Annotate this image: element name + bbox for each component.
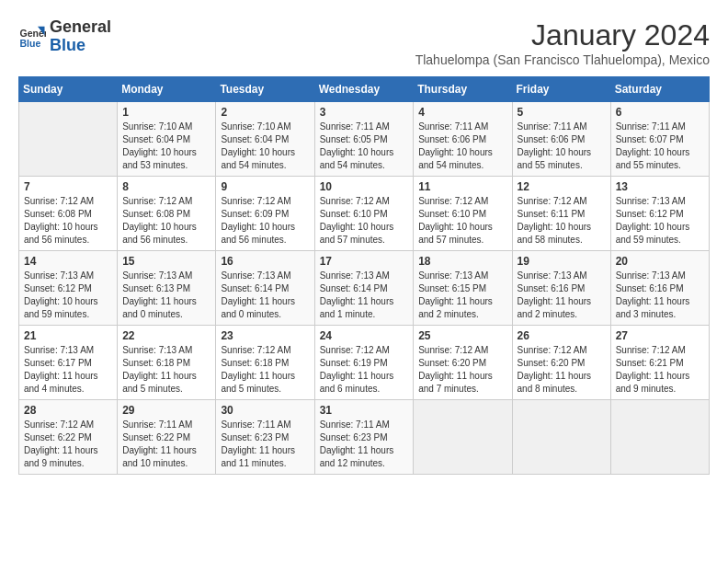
day-number: 8: [122, 180, 210, 193]
calendar-cell: 24Sunrise: 7:12 AMSunset: 6:19 PMDayligh…: [314, 326, 414, 400]
title-section: January 2024 Tlahuelompa (San Francisco …: [415, 18, 710, 67]
day-number: 29: [122, 404, 210, 417]
day-info: Sunrise: 7:13 AMSunset: 6:14 PMDaylight:…: [320, 270, 409, 321]
calendar-cell: 18Sunrise: 7:13 AMSunset: 6:15 PMDayligh…: [414, 251, 512, 326]
day-number: 24: [320, 329, 409, 342]
day-number: 5: [518, 106, 606, 119]
day-number: 13: [616, 180, 704, 193]
day-info: Sunrise: 7:12 AMSunset: 6:20 PMDaylight:…: [518, 344, 606, 396]
week-row-3: 14Sunrise: 7:13 AMSunset: 6:12 PMDayligh…: [19, 251, 710, 326]
day-info: Sunrise: 7:12 AMSunset: 6:21 PMDaylight:…: [616, 344, 704, 396]
logo-text-blue: Blue: [50, 37, 111, 55]
calendar-cell: 21Sunrise: 7:13 AMSunset: 6:17 PMDayligh…: [19, 326, 118, 400]
day-info: Sunrise: 7:12 AMSunset: 6:18 PMDaylight:…: [221, 344, 309, 396]
day-number: 10: [320, 180, 409, 193]
header-saturday: Saturday: [610, 77, 709, 102]
day-info: Sunrise: 7:11 AMSunset: 6:06 PMDaylight:…: [518, 121, 606, 172]
calendar-cell: 16Sunrise: 7:13 AMSunset: 6:14 PMDayligh…: [216, 251, 314, 326]
day-number: 23: [221, 329, 309, 342]
header-row: SundayMondayTuesdayWednesdayThursdayFrid…: [19, 77, 710, 102]
day-info: Sunrise: 7:10 AMSunset: 6:04 PMDaylight:…: [221, 121, 309, 172]
day-number: 19: [518, 255, 606, 268]
day-number: 6: [616, 106, 704, 119]
day-number: 31: [320, 404, 409, 417]
calendar-cell: 20Sunrise: 7:13 AMSunset: 6:16 PMDayligh…: [610, 251, 709, 326]
day-info: Sunrise: 7:11 AMSunset: 6:06 PMDaylight:…: [418, 121, 506, 172]
calendar-cell: 14Sunrise: 7:13 AMSunset: 6:12 PMDayligh…: [19, 251, 118, 326]
day-number: 1: [122, 106, 210, 119]
calendar-cell: 28Sunrise: 7:12 AMSunset: 6:22 PMDayligh…: [19, 400, 118, 475]
week-row-2: 7Sunrise: 7:12 AMSunset: 6:08 PMDaylight…: [19, 177, 710, 251]
calendar-cell: 4Sunrise: 7:11 AMSunset: 6:06 PMDaylight…: [414, 102, 512, 177]
header-tuesday: Tuesday: [216, 77, 314, 102]
week-row-5: 28Sunrise: 7:12 AMSunset: 6:22 PMDayligh…: [19, 400, 710, 475]
svg-text:Blue: Blue: [20, 37, 41, 48]
day-info: Sunrise: 7:12 AMSunset: 6:22 PMDaylight:…: [24, 419, 112, 470]
day-number: 18: [418, 255, 506, 268]
day-info: Sunrise: 7:12 AMSunset: 6:09 PMDaylight:…: [221, 195, 309, 247]
header-friday: Friday: [512, 77, 610, 102]
calendar-table: SundayMondayTuesdayWednesdayThursdayFrid…: [18, 76, 710, 475]
calendar-cell: 12Sunrise: 7:12 AMSunset: 6:11 PMDayligh…: [512, 177, 610, 251]
logo: General Blue General Blue: [18, 18, 111, 55]
day-info: Sunrise: 7:13 AMSunset: 6:14 PMDaylight:…: [221, 270, 309, 321]
header-monday: Monday: [118, 77, 216, 102]
day-info: Sunrise: 7:13 AMSunset: 6:16 PMDaylight:…: [616, 270, 704, 321]
day-info: Sunrise: 7:13 AMSunset: 6:12 PMDaylight:…: [616, 195, 704, 247]
day-info: Sunrise: 7:11 AMSunset: 6:05 PMDaylight:…: [320, 121, 409, 172]
calendar-cell: [414, 400, 512, 475]
day-number: 7: [24, 180, 112, 193]
calendar-cell: 19Sunrise: 7:13 AMSunset: 6:16 PMDayligh…: [512, 251, 610, 326]
day-number: 21: [24, 329, 112, 342]
week-row-4: 21Sunrise: 7:13 AMSunset: 6:17 PMDayligh…: [19, 326, 710, 400]
calendar-cell: 30Sunrise: 7:11 AMSunset: 6:23 PMDayligh…: [216, 400, 314, 475]
day-number: 11: [418, 180, 506, 193]
day-info: Sunrise: 7:11 AMSunset: 6:23 PMDaylight:…: [221, 419, 309, 470]
day-info: Sunrise: 7:13 AMSunset: 6:18 PMDaylight:…: [122, 344, 210, 396]
day-number: 3: [320, 106, 409, 119]
calendar-cell: [19, 102, 118, 177]
calendar-cell: 11Sunrise: 7:12 AMSunset: 6:10 PMDayligh…: [414, 177, 512, 251]
day-number: 9: [221, 180, 309, 193]
calendar-header: SundayMondayTuesdayWednesdayThursdayFrid…: [19, 77, 710, 102]
day-number: 15: [122, 255, 210, 268]
calendar-cell: 1Sunrise: 7:10 AMSunset: 6:04 PMDaylight…: [118, 102, 216, 177]
day-info: Sunrise: 7:13 AMSunset: 6:15 PMDaylight:…: [418, 270, 506, 321]
day-number: 12: [518, 180, 606, 193]
week-row-1: 1Sunrise: 7:10 AMSunset: 6:04 PMDaylight…: [19, 102, 710, 177]
calendar-cell: 10Sunrise: 7:12 AMSunset: 6:10 PMDayligh…: [314, 177, 414, 251]
logo-text-general: General: [50, 18, 111, 37]
calendar-cell: 26Sunrise: 7:12 AMSunset: 6:20 PMDayligh…: [512, 326, 610, 400]
calendar-cell: 22Sunrise: 7:13 AMSunset: 6:18 PMDayligh…: [118, 326, 216, 400]
calendar-cell: 27Sunrise: 7:12 AMSunset: 6:21 PMDayligh…: [610, 326, 709, 400]
day-number: 25: [418, 329, 506, 342]
day-number: 2: [221, 106, 309, 119]
calendar-cell: 13Sunrise: 7:13 AMSunset: 6:12 PMDayligh…: [610, 177, 709, 251]
day-info: Sunrise: 7:12 AMSunset: 6:20 PMDaylight:…: [418, 344, 506, 396]
calendar-cell: 23Sunrise: 7:12 AMSunset: 6:18 PMDayligh…: [216, 326, 314, 400]
day-info: Sunrise: 7:10 AMSunset: 6:04 PMDaylight:…: [122, 121, 210, 172]
day-info: Sunrise: 7:12 AMSunset: 6:19 PMDaylight:…: [320, 344, 409, 396]
header-sunday: Sunday: [19, 77, 118, 102]
day-number: 20: [616, 255, 704, 268]
day-info: Sunrise: 7:12 AMSunset: 6:08 PMDaylight:…: [122, 195, 210, 247]
day-number: 14: [24, 255, 112, 268]
calendar-cell: 15Sunrise: 7:13 AMSunset: 6:13 PMDayligh…: [118, 251, 216, 326]
day-number: 27: [616, 329, 704, 342]
day-number: 26: [518, 329, 606, 342]
calendar-subtitle: Tlahuelompa (San Francisco Tlahuelompa),…: [415, 52, 710, 67]
header-wednesday: Wednesday: [314, 77, 414, 102]
calendar-cell: 31Sunrise: 7:11 AMSunset: 6:23 PMDayligh…: [314, 400, 414, 475]
calendar-cell: [610, 400, 709, 475]
day-info: Sunrise: 7:13 AMSunset: 6:13 PMDaylight:…: [122, 270, 210, 321]
day-number: 30: [221, 404, 309, 417]
calendar-cell: [512, 400, 610, 475]
day-info: Sunrise: 7:13 AMSunset: 6:12 PMDaylight:…: [24, 270, 112, 321]
day-info: Sunrise: 7:12 AMSunset: 6:11 PMDaylight:…: [518, 195, 606, 247]
day-info: Sunrise: 7:12 AMSunset: 6:10 PMDaylight:…: [320, 195, 409, 247]
day-number: 17: [320, 255, 409, 268]
day-info: Sunrise: 7:12 AMSunset: 6:10 PMDaylight:…: [418, 195, 506, 247]
day-info: Sunrise: 7:11 AMSunset: 6:07 PMDaylight:…: [616, 121, 704, 172]
calendar-cell: 6Sunrise: 7:11 AMSunset: 6:07 PMDaylight…: [610, 102, 709, 177]
day-info: Sunrise: 7:11 AMSunset: 6:23 PMDaylight:…: [320, 419, 409, 470]
